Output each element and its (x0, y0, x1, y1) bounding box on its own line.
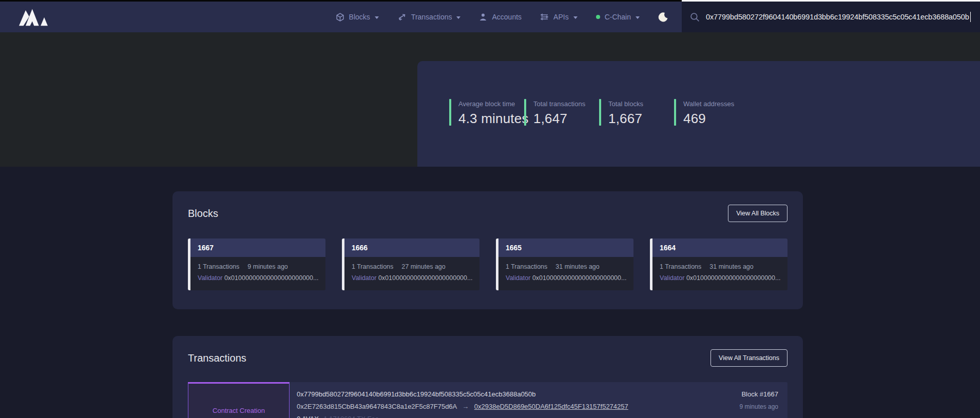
block-card[interactable]: 1666 1 Transactions 27 minutes ago Valid… (342, 238, 479, 290)
transaction-hash[interactable]: 0x7799bd580272f9604140b6991d3bb6c19924bf… (297, 390, 536, 398)
stat-wallet-addresses: Wallet addresses 469 (674, 99, 749, 127)
stat-average-block-time: Average block time 4.3 minutes (449, 99, 524, 127)
block-card[interactable]: 1665 1 Transactions 31 minutes ago Valid… (496, 238, 633, 290)
block-age: 31 minutes ago (709, 263, 753, 270)
transactions-panel-header: Transactions View All Transactions (188, 349, 787, 367)
block-cards-row: 1667 1 Transactions 9 minutes ago Valida… (188, 238, 787, 290)
stats-panel: Average block time 4.3 minutes Total tra… (417, 61, 980, 167)
block-tx-count: 1 Transactions (660, 263, 701, 270)
block-card-body: 1 Transactions 9 minutes ago Validator 0… (190, 257, 325, 290)
block-age: 27 minutes ago (401, 263, 445, 270)
stat-accent-bar (674, 99, 676, 126)
sliders-icon (540, 13, 549, 21)
block-tx-count: 1 Transactions (352, 263, 393, 270)
moon-icon (658, 12, 668, 22)
transaction-block-link[interactable]: Block #1667 (699, 390, 778, 398)
transaction-amount: 0 AVAX (297, 415, 319, 418)
arrow-right-icon: → (462, 403, 469, 410)
block-card[interactable]: 1664 1 Transactions 31 minutes ago Valid… (650, 238, 787, 290)
swap-arrows-icon (397, 13, 407, 21)
stat-value: 4.3 minutes (458, 111, 529, 127)
transaction-details: 0x7799bd580272f9604140b6991d3bb6c19924bf… (290, 382, 699, 418)
block-card-body: 1 Transactions 31 minutes ago Validator … (498, 257, 633, 290)
stat-label: Total blocks (608, 100, 643, 108)
block-number[interactable]: 1667 (190, 238, 325, 257)
nav-item-blocks[interactable]: Blocks (336, 13, 379, 22)
stat-label: Wallet addresses (683, 100, 734, 108)
cube-icon (336, 13, 344, 22)
search-input[interactable]: 0x7799bd580272f9604140b6991d3bb6c19924bf… (706, 13, 969, 21)
main-content: Blocks View All Blocks 1667 1 Transactio… (0, 167, 980, 418)
block-number[interactable]: 1664 (652, 238, 787, 257)
chevron-down-icon (456, 16, 460, 19)
stat-total-transactions: Total transactions 1,647 (524, 99, 599, 127)
block-number[interactable]: 1666 (344, 238, 479, 257)
validator-label: Validator (660, 274, 684, 282)
blocks-title: Blocks (188, 208, 218, 220)
validator-label: Validator (352, 274, 376, 282)
nav-item-transactions[interactable]: Transactions (397, 13, 461, 21)
stat-value: 1,667 (608, 111, 643, 127)
transaction-meta: Block #1667 9 minutes ago (699, 382, 787, 418)
blocks-panel: Blocks View All Blocks 1667 1 Transactio… (172, 191, 803, 309)
validator-label: Validator (506, 274, 530, 282)
chain-selector[interactable]: C-Chain (596, 13, 640, 21)
transaction-type-badge: Contract Creation Success (188, 382, 290, 418)
stat-label: Total transactions (533, 100, 585, 108)
nav-item-label: Blocks (349, 13, 370, 21)
block-number[interactable]: 1665 (498, 238, 633, 257)
chain-selector-label: C-Chain (605, 13, 631, 21)
transactions-panel: Transactions View All Transactions Contr… (172, 336, 803, 418)
hero-section: Average block time 4.3 minutes Total tra… (0, 32, 980, 167)
block-card-body: 1 Transactions 31 minutes ago Validator … (652, 257, 787, 290)
view-all-transactions-button[interactable]: View All Transactions (710, 349, 787, 367)
validator-address[interactable]: 0x01000000000000000000000... (532, 274, 627, 282)
stat-total-blocks: Total blocks 1,667 (599, 99, 674, 127)
transaction-type: Contract Creation (213, 407, 265, 414)
avalanche-logo[interactable] (19, 7, 51, 27)
blocks-panel-header: Blocks View All Blocks (188, 205, 787, 222)
from-address[interactable]: 0x2E7263d815CbB43a9647843C8a1e2F5c87F75d… (297, 403, 457, 410)
to-address-link[interactable]: 0x2938eD5D869e50DA6f125dfc45F13157f52742… (474, 403, 628, 410)
nav-item-accounts[interactable]: Accounts (479, 13, 522, 21)
validator-address[interactable]: 0x01000000000000000000000... (686, 274, 781, 282)
nav-item-label: Accounts (492, 13, 522, 21)
block-card-body: 1 Transactions 27 minutes ago Validator … (344, 257, 479, 290)
nav-menu: Blocks Transactions Accounts A (336, 12, 668, 22)
chevron-down-icon (636, 16, 640, 19)
transaction-row[interactable]: Contract Creation Success 0x7799bd580272… (188, 382, 787, 418)
search-bar[interactable]: 0x7799bd580272f9604140b6991d3bb6c19924bf… (682, 0, 980, 32)
stat-value: 469 (683, 111, 734, 127)
block-age: 9 minutes ago (247, 263, 288, 270)
search-icon (690, 12, 700, 22)
transactions-title: Transactions (188, 352, 246, 364)
stat-accent-bar (524, 99, 526, 126)
transaction-fee: 1.1718604 TX Fee (324, 415, 379, 418)
dark-mode-toggle[interactable] (658, 12, 668, 22)
block-tx-count: 1 Transactions (506, 263, 547, 270)
green-status-dot-icon (596, 15, 600, 19)
avalanche-logo-icon (19, 7, 51, 27)
validator-address[interactable]: 0x01000000000000000000000... (224, 274, 319, 282)
text-caret (970, 12, 971, 22)
validator-label: Validator (198, 274, 222, 282)
stat-accent-bar (449, 99, 451, 126)
stats-row: Average block time 4.3 minutes Total tra… (449, 99, 749, 127)
chevron-down-icon (573, 16, 578, 19)
validator-address[interactable]: 0x01000000000000000000000... (378, 274, 473, 282)
nav-item-apis[interactable]: APIs (540, 13, 578, 21)
block-age: 31 minutes ago (555, 263, 599, 270)
transaction-age: 9 minutes ago (699, 403, 778, 410)
stat-accent-bar (599, 99, 601, 126)
stat-label: Average block time (458, 100, 529, 108)
chevron-down-icon (375, 16, 379, 19)
person-icon (479, 13, 487, 21)
nav-item-label: Transactions (411, 13, 452, 21)
nav-item-label: APIs (553, 13, 569, 21)
block-card[interactable]: 1667 1 Transactions 9 minutes ago Valida… (188, 238, 325, 290)
view-all-blocks-button[interactable]: View All Blocks (728, 205, 787, 222)
stat-value: 1,647 (533, 111, 585, 127)
top-navbar: Blocks Transactions Accounts A (0, 0, 980, 32)
block-tx-count: 1 Transactions (198, 263, 239, 270)
